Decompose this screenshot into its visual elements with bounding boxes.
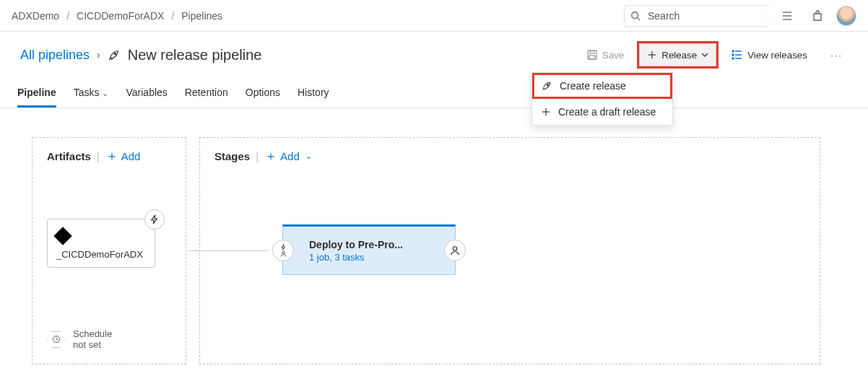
rocket-icon	[541, 80, 552, 92]
breadcrumb-sep: /	[66, 10, 69, 22]
save-label: Save	[602, 50, 624, 61]
plus-icon	[647, 50, 657, 60]
shopping-bag-icon[interactable]	[806, 4, 829, 27]
page-header: All pipelines › New release pipeline Sav…	[0, 32, 868, 66]
breadcrumb-item-repo[interactable]: CICDDemoForADX	[77, 10, 164, 22]
add-label: Add	[280, 150, 300, 162]
search-input[interactable]	[646, 9, 776, 22]
chevron-down-icon: ⌄	[102, 89, 108, 97]
breadcrumb-sep: /	[171, 10, 174, 22]
clock-hex-icon	[47, 331, 66, 348]
artifacts-header: Artifacts | ＋ Add	[47, 149, 171, 162]
svg-point-17	[547, 84, 548, 86]
add-artifact-button[interactable]: ＋ Add	[105, 149, 141, 162]
list-icon[interactable]	[776, 4, 799, 27]
release-button[interactable]: Release	[639, 43, 716, 66]
lightning-icon	[149, 214, 160, 224]
release-dropdown: Create release Create a draft release	[531, 72, 673, 126]
person-icon	[279, 250, 287, 257]
stages-title: Stages	[214, 150, 250, 162]
tab-history[interactable]: History	[298, 79, 329, 108]
tab-pipeline[interactable]: Pipeline	[17, 79, 56, 108]
lightning-icon	[279, 244, 287, 250]
svg-line-1	[638, 17, 641, 20]
top-bar: ADXDemo / CICDDemoForADX / Pipelines	[0, 0, 868, 32]
stages-header: Stages | ＋ Add ⌄	[214, 149, 805, 162]
tab-tasks-label: Tasks	[74, 87, 100, 98]
artifacts-panel: Artifacts | ＋ Add _CICDDemoForADX Schedu…	[32, 137, 186, 364]
svg-point-21	[282, 251, 284, 253]
svg-point-5	[114, 53, 116, 54]
artifact-name: _CICDDemoForADX	[56, 249, 146, 260]
trigger-badge[interactable]	[144, 209, 165, 229]
tab-retention[interactable]: Retention	[185, 79, 228, 108]
git-icon	[53, 227, 71, 245]
ellipsis-icon: ···	[830, 50, 843, 61]
svg-point-14	[732, 51, 734, 52]
svg-rect-8	[589, 56, 595, 59]
view-releases-button[interactable]: View releases	[724, 43, 815, 66]
tab-options[interactable]: Options	[246, 79, 280, 108]
add-label: Add	[121, 150, 141, 162]
release-label: Release	[661, 50, 697, 61]
search-box[interactable]	[624, 5, 768, 27]
page-title: New release pipeline	[128, 47, 262, 64]
chevron-right-icon: ›	[97, 49, 100, 61]
artifacts-title: Artifacts	[47, 150, 91, 162]
stage-jobs-link[interactable]: 1 job, 3 tasks	[309, 252, 403, 263]
all-pipelines-link[interactable]: All pipelines	[20, 48, 90, 63]
tab-variables[interactable]: Variables	[126, 79, 167, 108]
clock-icon	[52, 335, 61, 344]
list-check-icon	[732, 49, 743, 61]
breadcrumb-item-project[interactable]: ADXDemo	[12, 10, 59, 22]
tab-tasks[interactable]: Tasks⌄	[74, 79, 109, 108]
schedule-text: Schedule not set	[73, 328, 123, 351]
create-release-item[interactable]: Create release	[532, 73, 672, 99]
svg-point-22	[453, 247, 456, 250]
create-draft-label: Create a draft release	[558, 106, 656, 118]
stages-panel: Stages | ＋ Add ⌄ Deploy to Pre-Pro... 1 …	[199, 137, 820, 364]
save-button: Save	[578, 43, 632, 66]
search-icon	[630, 11, 641, 21]
post-deploy-conditions-badge[interactable]	[444, 240, 466, 261]
create-draft-item[interactable]: Create a draft release	[532, 99, 672, 125]
plus-icon: ＋	[264, 149, 277, 162]
plus-icon: ＋	[105, 149, 118, 162]
stage-card[interactable]: Deploy to Pre-Pro... 1 job, 3 tasks	[282, 224, 456, 275]
save-icon	[586, 49, 598, 61]
svg-point-0	[632, 12, 638, 18]
chevron-down-icon: ⌄	[305, 152, 312, 161]
stage-title: Deploy to Pre-Pro...	[309, 239, 403, 250]
editor-canvas: Artifacts | ＋ Add _CICDDemoForADX Schedu…	[0, 108, 868, 376]
breadcrumb-item-section[interactable]: Pipelines	[181, 10, 222, 22]
more-button[interactable]: ···	[823, 43, 851, 66]
svg-rect-7	[590, 51, 594, 53]
chevron-down-icon	[701, 51, 708, 58]
svg-point-16	[732, 58, 734, 59]
view-releases-label: View releases	[747, 50, 807, 61]
divider: |	[256, 150, 259, 162]
person-icon	[450, 245, 460, 255]
connector-line	[188, 250, 268, 251]
divider: |	[97, 150, 100, 162]
breadcrumb: ADXDemo / CICDDemoForADX / Pipelines	[12, 10, 222, 22]
create-release-label: Create release	[560, 80, 626, 92]
add-stage-button[interactable]: ＋ Add ⌄	[264, 149, 312, 162]
schedule-row[interactable]: Schedule not set	[47, 328, 123, 351]
artifact-card[interactable]: _CICDDemoForADX	[47, 219, 155, 268]
plus-icon	[541, 107, 551, 117]
stage-body: Deploy to Pre-Pro... 1 job, 3 tasks	[309, 239, 403, 263]
svg-point-15	[732, 54, 734, 56]
pre-deploy-conditions-badge[interactable]	[272, 240, 294, 261]
avatar[interactable]	[836, 6, 856, 26]
rocket-icon	[108, 48, 121, 61]
tabs: Pipeline Tasks⌄ Variables Retention Opti…	[0, 79, 868, 108]
